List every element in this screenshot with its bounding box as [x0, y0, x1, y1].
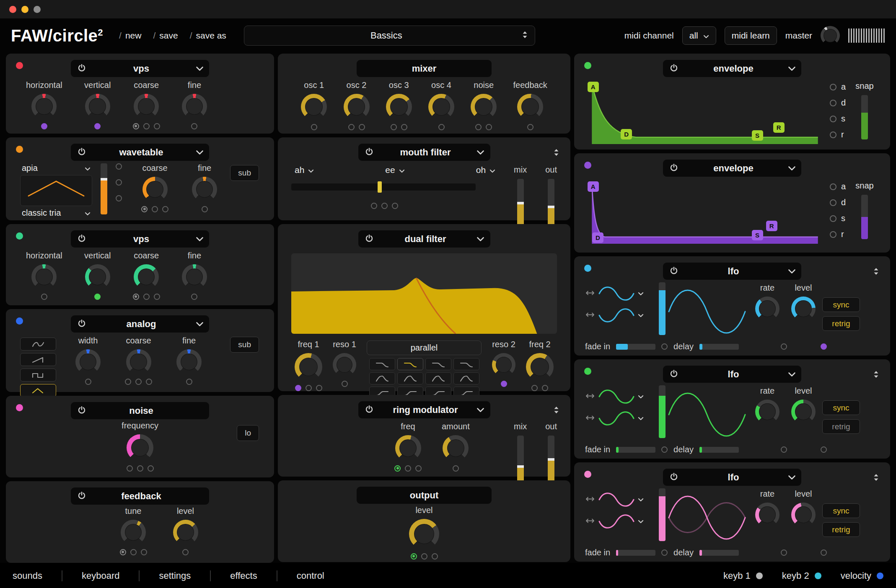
power-button[interactable]	[663, 263, 685, 280]
power-button[interactable]	[663, 366, 685, 383]
module-title[interactable]: vps	[93, 234, 190, 245]
knob-dial[interactable]	[791, 503, 816, 527]
noise-level-knob[interactable]: noise	[471, 80, 497, 130]
mod-dot[interactable]	[143, 294, 150, 300]
rate-knob[interactable]: rate	[755, 386, 779, 424]
width-knob[interactable]: width	[75, 336, 101, 397]
env-sustain-handle[interactable]: S	[752, 230, 763, 240]
fine-knob[interactable]: fine	[192, 163, 217, 212]
decay-snap-radio[interactable]	[830, 199, 836, 206]
osc2-level-knob[interactable]: osc 2	[344, 80, 370, 130]
filter-type-bandpass[interactable]	[453, 372, 479, 384]
power-button[interactable]	[71, 230, 93, 248]
minimize-window-button[interactable]	[21, 6, 28, 13]
chevron-down-icon[interactable]	[638, 415, 644, 422]
fade-in-slider[interactable]	[616, 550, 655, 556]
mod-dot[interactable]	[371, 203, 377, 209]
coarse-knob[interactable]: coarse	[141, 163, 168, 212]
mod-dot[interactable]	[85, 379, 91, 385]
power-button[interactable]	[71, 315, 93, 333]
retrig-button[interactable]: retrig	[822, 316, 860, 331]
knob-dial[interactable]	[517, 94, 543, 120]
mix-slider[interactable]	[517, 179, 524, 228]
chevron-down-icon[interactable]	[638, 393, 644, 400]
vowel-b-select[interactable]: ee	[385, 165, 404, 175]
mod-dot[interactable]	[116, 195, 122, 201]
module-led[interactable]	[584, 62, 591, 69]
rate-knob[interactable]: rate	[755, 283, 779, 321]
power-button[interactable]	[71, 487, 93, 505]
power-button[interactable]	[71, 60, 93, 77]
power-button[interactable]	[663, 469, 685, 486]
mod-dot[interactable]	[415, 465, 422, 472]
module-title[interactable]: wavetable	[93, 147, 190, 158]
filter-type-lowpass[interactable]	[397, 358, 423, 370]
tab-sounds[interactable]: sounds	[13, 570, 42, 581]
tab-keyboard[interactable]: keyboard	[82, 570, 120, 581]
knob-dial[interactable]	[791, 297, 816, 321]
mod-dot-ring[interactable]	[141, 206, 148, 212]
wavetable-bank-select[interactable]: apia	[20, 163, 92, 173]
fade-in-slider[interactable]	[616, 344, 655, 350]
updown-icon[interactable]	[873, 370, 879, 380]
feedback-level-knob[interactable]: feedback	[513, 80, 547, 130]
vowel-morph-slider[interactable]	[291, 183, 476, 191]
knob-dial[interactable]	[192, 177, 217, 202]
knob-dial[interactable]	[791, 400, 816, 424]
mod-dot[interactable]	[116, 163, 122, 170]
module-led[interactable]	[16, 317, 23, 325]
mod-dot[interactable]	[405, 465, 411, 472]
power-button[interactable]	[358, 144, 380, 161]
knob-dial[interactable]	[526, 353, 554, 381]
mod-dot-filled[interactable]	[501, 381, 507, 387]
delay-slider[interactable]	[699, 550, 739, 556]
module-title[interactable]: dual filter	[380, 234, 471, 245]
module-led[interactable]	[584, 368, 591, 375]
mod-dot[interactable]	[130, 549, 137, 555]
delay-slider[interactable]	[699, 344, 739, 350]
mod-dot[interactable]	[116, 179, 122, 186]
mod-dot[interactable]	[391, 124, 397, 130]
knob-dial[interactable]	[344, 94, 370, 120]
level-knob[interactable]: level	[173, 506, 198, 555]
filter-type-bandpass[interactable]	[369, 372, 395, 384]
lfo-wave-display[interactable]	[668, 488, 746, 547]
module-title[interactable]: envelope	[685, 163, 782, 174]
chevron-down-icon[interactable]	[190, 66, 209, 71]
mod-dot-ring[interactable]	[411, 553, 417, 560]
zoom-window-button[interactable]	[34, 6, 41, 13]
osc3-level-knob[interactable]: osc 3	[386, 80, 412, 130]
knob-dial[interactable]	[301, 94, 327, 120]
vertical-knob[interactable]: vertical	[84, 251, 111, 300]
chevron-down-icon[interactable]	[782, 269, 801, 274]
knob-dial[interactable]	[443, 435, 469, 461]
save-as-button[interactable]: /save as	[190, 31, 226, 41]
knob-dial[interactable]	[492, 353, 515, 377]
mod-dot[interactable]	[182, 549, 189, 555]
chevron-down-icon[interactable]	[190, 237, 209, 242]
mod-dot[interactable]	[316, 385, 322, 391]
mod-dot[interactable]	[311, 124, 317, 130]
mod-dot[interactable]	[348, 124, 355, 130]
knob-dial[interactable]	[386, 94, 412, 120]
lfo-blend-slider[interactable]	[659, 282, 666, 335]
mod-dot[interactable]	[438, 124, 445, 130]
knob-dial[interactable]	[121, 520, 146, 545]
env-decay-handle[interactable]: D	[621, 129, 632, 139]
chevron-down-icon[interactable]	[638, 312, 644, 319]
mod-dot[interactable]	[306, 385, 312, 391]
module-title[interactable]: lfo	[685, 369, 782, 380]
mod-dot[interactable]	[381, 203, 388, 209]
delay-slider[interactable]	[699, 447, 739, 453]
mod-dot[interactable]	[401, 124, 407, 130]
waveform-square-button[interactable]	[20, 369, 56, 382]
module-led[interactable]	[16, 232, 23, 240]
midi-learn-button[interactable]: midi learn	[725, 26, 777, 45]
sync-button[interactable]: sync	[822, 400, 860, 415]
preset-selector[interactable]: Bassics	[244, 26, 535, 46]
chevron-down-icon[interactable]	[782, 372, 801, 377]
freq2-knob[interactable]: freq 2	[526, 340, 554, 391]
waveform-saw-button[interactable]	[20, 353, 56, 366]
mod-dot[interactable]	[821, 549, 827, 556]
level-knob[interactable]: level	[791, 283, 816, 321]
